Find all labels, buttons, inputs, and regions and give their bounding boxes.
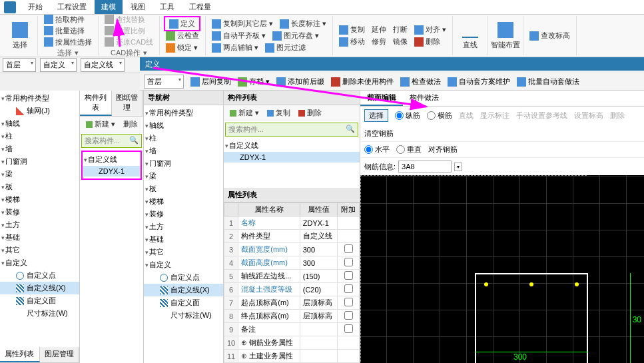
property-row[interactable]: 1名称ZDYX-1 xyxy=(224,216,360,230)
lock-button[interactable]: 锁定 ▾ xyxy=(164,42,200,53)
tree-item[interactable]: ▾轴线 xyxy=(144,119,223,132)
tree-item[interactable]: 自定义线(X) xyxy=(144,284,223,296)
tree-item[interactable]: ▾轴线 xyxy=(0,117,79,130)
radio-vertical[interactable]: 垂直 xyxy=(396,145,422,155)
tree-item[interactable]: 尺寸标注(W) xyxy=(144,309,223,322)
tree-item[interactable]: ▾门窗洞 xyxy=(144,157,223,170)
extend-button[interactable]: 延伸 xyxy=(370,24,388,35)
property-row[interactable]: 5轴线距左边线...(150) xyxy=(224,270,360,283)
tree-item[interactable]: ▾土方 xyxy=(144,220,223,233)
section-canvas[interactable]: 300 30 xyxy=(360,175,644,363)
auto-floor-button[interactable]: 自动平齐板 ▾ xyxy=(210,30,268,41)
tree-item[interactable]: ▾板 xyxy=(144,182,223,195)
tree-item[interactable]: ▾装修 xyxy=(0,206,79,218)
tree-item[interactable]: ▾板 xyxy=(0,181,79,193)
property-row[interactable]: 7起点顶标高(m)层顶标高 xyxy=(224,296,360,310)
tab-layer-mgmt[interactable]: 图层管理 xyxy=(40,347,80,362)
align-button[interactable]: 对齐 ▾ xyxy=(412,24,448,35)
restore-cad-button[interactable]: 还原CAD线 xyxy=(103,37,155,48)
tree-item[interactable]: ▾常用构件类型 xyxy=(144,107,223,119)
complist-group[interactable]: ▾自定义线 xyxy=(224,139,360,152)
subtype-dropdown[interactable]: 自定义线 xyxy=(81,58,125,72)
tree-item[interactable]: 自定义面 xyxy=(0,294,79,307)
complist-del-button[interactable]: 删除 xyxy=(296,107,324,119)
tree-item[interactable]: 自定义面 xyxy=(144,296,223,309)
tree-item[interactable]: ▾自定义 xyxy=(0,256,79,269)
cloud-check-button[interactable]: 云检查 xyxy=(164,30,201,41)
item-zdyx1[interactable]: ZDYX-1 xyxy=(83,166,141,177)
link-delete[interactable]: 删除 xyxy=(610,111,625,121)
batch-auto-button[interactable]: 批量自动套做法 xyxy=(517,77,579,87)
tree-item[interactable]: ▾门窗洞 xyxy=(0,155,79,168)
new-button[interactable]: 新建 ▾ xyxy=(84,119,117,130)
align-rebar-button[interactable]: 对齐钢筋 xyxy=(428,145,458,155)
tree-item[interactable]: ▾装修 xyxy=(144,208,223,220)
link-show-dim[interactable]: 显示标注 xyxy=(480,111,509,121)
complist-search[interactable]: 搜索构件...🔍 xyxy=(225,123,358,137)
tab-component-list[interactable]: 构件列表 xyxy=(80,91,112,116)
trim-button[interactable]: 修剪 xyxy=(370,36,388,47)
tab-modeling[interactable]: 建模 xyxy=(95,0,123,14)
len-label-button[interactable]: 长度标注 ▾ xyxy=(278,18,328,29)
tree-item[interactable]: 尺寸标注(W) xyxy=(0,307,79,320)
tab-start[interactable]: 开始 xyxy=(21,0,49,14)
tree-item[interactable]: ▾梁 xyxy=(144,170,223,182)
tab-drawing-mgmt[interactable]: 图纸管理 xyxy=(112,91,144,116)
tree-item[interactable]: ▾其它 xyxy=(0,244,79,256)
tab-quantity[interactable]: 工程量 xyxy=(182,0,218,14)
tree-item[interactable]: ▾柱 xyxy=(144,132,223,145)
move-button[interactable]: 移动 xyxy=(337,36,367,47)
search-input-small[interactable]: 搜索构件...🔍 xyxy=(81,134,142,148)
tree-item[interactable]: ▾土方 xyxy=(0,218,79,231)
attr-select-button[interactable]: 按属性选择 xyxy=(42,37,94,48)
tree-header[interactable]: ▾常用构件类型 xyxy=(0,92,79,105)
mirror-button[interactable]: 镜像 xyxy=(391,36,410,47)
floor-dropdown[interactable]: 首层 xyxy=(3,58,36,72)
right-select-button[interactable]: 选择 xyxy=(364,109,388,122)
property-row[interactable]: 10⊕ 钢筋业务属性 xyxy=(224,336,360,350)
two-point-aux-button[interactable]: 两点辅轴 ▾ xyxy=(210,42,260,53)
def-floor-dropdown[interactable]: 首层 xyxy=(144,75,184,89)
select-button[interactable]: 选择 xyxy=(7,21,33,51)
tree-item[interactable]: ▾梁 xyxy=(0,168,79,181)
archive-button[interactable]: 存档 ▾ xyxy=(238,77,270,87)
tab-section-edit[interactable]: 截面编辑 xyxy=(360,91,403,106)
del-button[interactable]: 删除 xyxy=(121,119,140,130)
complist-item-zdyx1[interactable]: ZDYX-1 xyxy=(224,152,360,163)
property-row[interactable]: 3截面宽度(mm)300 xyxy=(224,243,360,256)
property-row[interactable]: 11⊕ 土建业务属性 xyxy=(224,350,360,363)
link-set-elev[interactable]: 设置标高 xyxy=(574,111,603,121)
tree-item[interactable]: 自定义点 xyxy=(144,271,223,284)
property-row[interactable]: 8终点顶标高(m)层顶标高 xyxy=(224,310,360,323)
batch-select-button[interactable]: 批量选择 xyxy=(42,25,87,37)
set-scale-button[interactable]: 设置比例 xyxy=(103,25,147,37)
pick-component-button[interactable]: 拾取构件 xyxy=(42,14,87,25)
find-replace-button[interactable]: 查找替换 xyxy=(103,14,147,25)
rebar-dropdown-icon[interactable]: ▾ xyxy=(454,163,462,171)
tree-item[interactable]: ▾墙 xyxy=(0,143,79,155)
property-row[interactable]: 4截面高度(mm)300 xyxy=(224,256,360,270)
tree-item[interactable]: 自定义线(X) xyxy=(0,282,79,294)
link-manual-ref[interactable]: 手动设置参考线 xyxy=(516,111,567,121)
category-dropdown[interactable]: 自定义 xyxy=(40,58,77,72)
auto-plan-button[interactable]: 自动套方案维护 xyxy=(448,77,510,87)
delete-button[interactable]: 删除 xyxy=(412,36,442,47)
property-row[interactable]: 2构件类型自定义线 xyxy=(224,230,360,243)
layer-copy-button[interactable]: 层间复制 xyxy=(190,77,231,87)
tab-component-method[interactable]: 构件做法 xyxy=(403,91,446,106)
break-button[interactable]: 打断 xyxy=(391,24,410,35)
tab-project[interactable]: 工程设置 xyxy=(51,0,93,14)
elem-filter-button[interactable]: 图元过滤 xyxy=(263,42,308,53)
property-row[interactable]: 9备注 xyxy=(224,323,360,336)
smart-layout-button[interactable]: 智能布置 xyxy=(492,21,519,51)
copy-other-layer-button[interactable]: 复制到其它层 ▾ xyxy=(210,18,275,29)
tree-item[interactable]: ▾基础 xyxy=(144,233,223,246)
complist-new-button[interactable]: 新建 ▾ xyxy=(228,107,261,119)
tree-item[interactable]: ▾楼梯 xyxy=(0,193,79,206)
rebar-info-input[interactable] xyxy=(398,161,452,173)
link-clear-rebar[interactable]: 清空钢筋 xyxy=(364,129,394,139)
tree-item[interactable]: 轴网(J) xyxy=(0,105,79,117)
tab-view[interactable]: 视图 xyxy=(124,0,152,14)
tree-item[interactable]: ▾自定义 xyxy=(144,258,223,271)
del-unused-button[interactable]: 删除未使用构件 xyxy=(331,77,394,87)
